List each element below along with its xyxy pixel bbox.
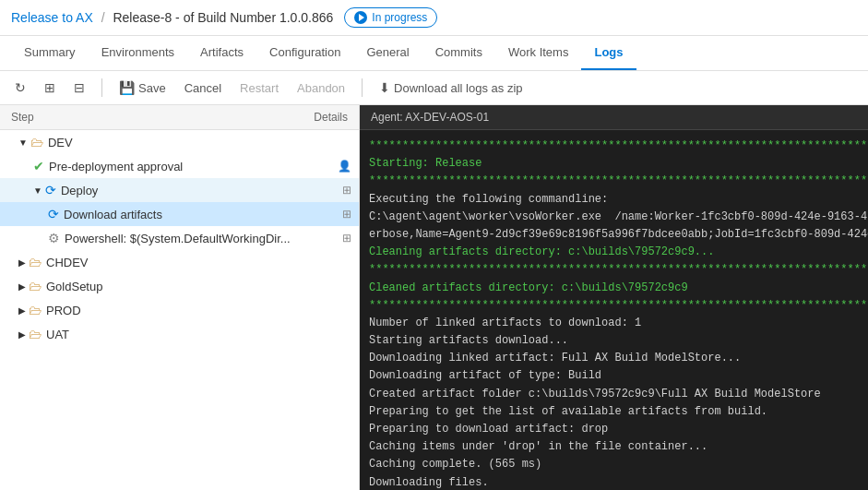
status-label: In progress xyxy=(372,11,427,24)
log-line: Cleaning artifacts directory: c:\builds\… xyxy=(369,244,859,261)
log-agent-header: Agent: AX-DEV-AOS-01 xyxy=(360,105,868,130)
save-icon: 💾 xyxy=(119,80,135,95)
action-icon-pre-deployment: 👤 xyxy=(338,160,351,173)
right-panel: Agent: AX-DEV-AOS-01 *******************… xyxy=(360,105,868,490)
log-line: Starting artifacts download... xyxy=(369,332,859,350)
log-line: Downloading artifact of type: Build xyxy=(369,367,859,385)
tree-label-goldsetup: GoldSetup xyxy=(46,280,102,293)
main-content: Step Details ▼ 🗁 DEV ✔ Pre-deployment ap… xyxy=(0,105,868,490)
separator-2 xyxy=(362,78,363,97)
tree-label-deploy: Deploy xyxy=(61,184,98,197)
project-link[interactable]: Release to AX xyxy=(11,10,93,25)
tree-item-uat[interactable]: ▶ 🗁 UAT xyxy=(0,322,359,346)
tree-label-powershell: Powershell: $(System.DefaultWorkingDir..… xyxy=(65,232,291,245)
tab-summary[interactable]: Summary xyxy=(11,36,89,70)
tree-item-deploy[interactable]: ▼ ⟳ Deploy ⊞ xyxy=(0,178,359,202)
tab-environments[interactable]: Environments xyxy=(89,36,187,70)
tree-item-powershell[interactable]: ⚙ Powershell: $(System.DefaultWorkingDir… xyxy=(0,226,359,250)
tab-commits[interactable]: Commits xyxy=(422,36,495,70)
tree-item-pre-deployment[interactable]: ✔ Pre-deployment approval 👤 xyxy=(0,154,359,178)
folder-icon-uat: 🗁 xyxy=(29,327,42,341)
chevron-goldsetup: ▶ xyxy=(18,281,26,292)
log-line: Preparing to get the list of available a… xyxy=(369,403,859,421)
chevron-uat: ▶ xyxy=(18,329,26,340)
tree-label-pre-deployment: Pre-deployment approval xyxy=(49,160,183,173)
breadcrumb: Release to AX / Release-8 - of Build Num… xyxy=(11,10,333,25)
tree-item-chdev[interactable]: ▶ 🗁 CHDEV xyxy=(0,250,359,274)
folder-icon-goldsetup: 🗁 xyxy=(29,279,42,293)
tree-label-prod: PROD xyxy=(46,304,81,317)
tree-label-download-artifacts: Download artifacts xyxy=(64,208,162,221)
log-line: Executing the following commandline: xyxy=(369,191,859,209)
running-icon-download: ⟳ xyxy=(48,207,59,221)
release-title: Release-8 - of Build Number 1.0.0.866 xyxy=(113,10,333,25)
refresh-icon: ↻ xyxy=(15,80,26,95)
toolbar: ↻ ⊞ ⊟ 💾 Save Cancel Restart Abandon ⬇ Do… xyxy=(0,71,868,105)
page-header: Release to AX / Release-8 - of Build Num… xyxy=(0,0,868,36)
log-line: Caching complete. (565 ms) xyxy=(369,456,859,473)
expand-all-button[interactable]: ⊞ xyxy=(39,77,61,99)
expand-all-icon: ⊞ xyxy=(44,80,55,95)
log-line: erbose,Name=Agent9-2d9cf39e69c8196f5a996… xyxy=(369,226,859,244)
tab-general[interactable]: General xyxy=(353,36,422,70)
chevron-deploy: ▼ xyxy=(33,185,42,196)
restart-button[interactable]: Restart xyxy=(234,78,284,99)
action-icon-deploy: ⊞ xyxy=(342,184,351,197)
tree-item-download-artifacts[interactable]: ⟳ Download artifacts ⊞ xyxy=(0,202,359,226)
abandon-button[interactable]: Abandon xyxy=(291,78,351,99)
settings-icon-powershell: ⚙ xyxy=(48,231,60,245)
log-line: Caching items under 'drop' in the file c… xyxy=(369,438,859,456)
tree-label-dev: DEV xyxy=(48,136,73,149)
tree-label-uat: UAT xyxy=(46,328,69,341)
tab-logs[interactable]: Logs xyxy=(581,36,636,70)
tab-workitems[interactable]: Work Items xyxy=(495,36,582,70)
log-line: Downloading files. xyxy=(369,474,859,490)
panel-header: Step Details xyxy=(0,105,359,130)
log-line: ****************************************… xyxy=(369,297,859,315)
log-line: Preparing to download artifact: drop xyxy=(369,421,859,438)
running-icon-deploy: ⟳ xyxy=(45,183,56,197)
refresh-button[interactable]: ↻ xyxy=(9,77,31,99)
action-icon-download: ⊞ xyxy=(342,208,351,221)
save-button[interactable]: 💾 Save xyxy=(113,77,172,99)
action-icon-powershell: ⊞ xyxy=(342,232,351,245)
collapse-all-icon: ⊟ xyxy=(74,80,85,95)
nav-tabs: Summary Environments Artifacts Configura… xyxy=(0,36,868,71)
log-line: ****************************************… xyxy=(369,137,859,155)
tree-item-goldsetup[interactable]: ▶ 🗁 GoldSetup xyxy=(0,274,359,298)
download-logs-button[interactable]: ⬇ Download all logs as zip xyxy=(374,77,528,99)
download-icon: ⬇ xyxy=(379,80,390,95)
chevron-chdev: ▶ xyxy=(18,257,26,268)
folder-icon-chdev: 🗁 xyxy=(29,255,42,269)
log-line: C:\agent\agent\worker\vsoWorker.exe /nam… xyxy=(369,209,859,226)
collapse-all-button[interactable]: ⊟ xyxy=(68,77,90,99)
tree-label-chdev: CHDEV xyxy=(46,256,89,269)
separator-1 xyxy=(101,78,102,97)
log-line: Downloading linked artifact: Full AX Bui… xyxy=(369,350,859,367)
folder-icon-prod: 🗁 xyxy=(29,303,42,317)
log-content[interactable]: ****************************************… xyxy=(360,130,868,490)
tree-item-prod[interactable]: ▶ 🗁 PROD xyxy=(0,298,359,322)
chevron-dev: ▼ xyxy=(18,137,28,148)
step-header: Step xyxy=(11,111,34,124)
log-line: Created artifact folder c:\builds\79572c… xyxy=(369,386,859,403)
log-line: Cleaned artifacts directory: c:\builds\7… xyxy=(369,280,859,297)
tab-artifacts[interactable]: Artifacts xyxy=(187,36,256,70)
log-line: ****************************************… xyxy=(369,173,859,190)
tab-configuration[interactable]: Configuration xyxy=(256,36,353,70)
log-line: Starting: Release xyxy=(369,155,859,173)
play-icon xyxy=(354,11,367,24)
details-header: Details xyxy=(314,111,348,124)
cancel-button[interactable]: Cancel xyxy=(179,78,227,99)
left-panel: Step Details ▼ 🗁 DEV ✔ Pre-deployment ap… xyxy=(0,105,360,490)
check-icon-pre-deployment: ✔ xyxy=(33,159,44,173)
chevron-prod: ▶ xyxy=(18,305,26,316)
status-badge: In progress xyxy=(344,7,437,28)
log-line: Number of linked artifacts to download: … xyxy=(369,315,859,332)
tree-item-dev[interactable]: ▼ 🗁 DEV xyxy=(0,130,359,154)
log-line: ****************************************… xyxy=(369,261,859,279)
folder-icon-dev: 🗁 xyxy=(30,135,43,149)
